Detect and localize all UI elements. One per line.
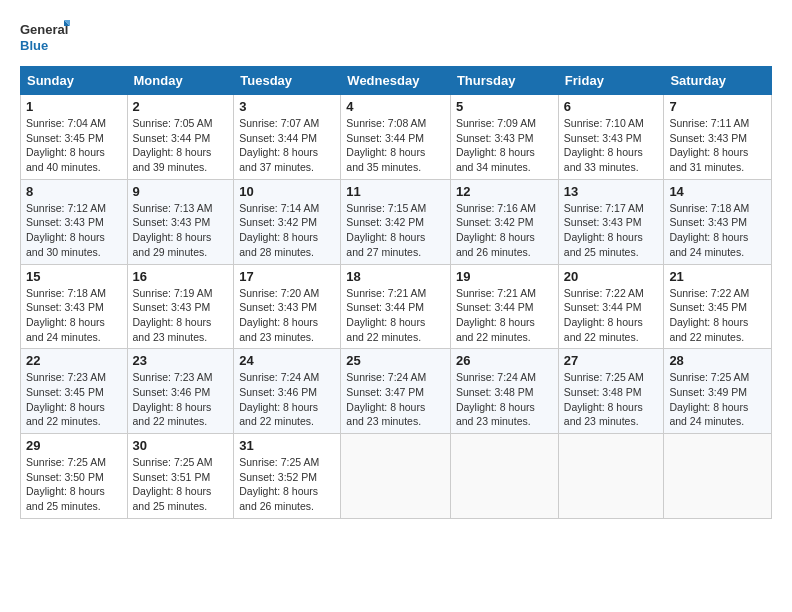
calendar-cell: 10Sunrise: 7:14 AM Sunset: 3:42 PM Dayli… — [234, 179, 341, 264]
calendar-week-1: 1Sunrise: 7:04 AM Sunset: 3:45 PM Daylig… — [21, 95, 772, 180]
day-info: Sunrise: 7:19 AM Sunset: 3:43 PM Dayligh… — [133, 286, 229, 345]
day-info: Sunrise: 7:23 AM Sunset: 3:45 PM Dayligh… — [26, 370, 122, 429]
weekday-header-row: SundayMondayTuesdayWednesdayThursdayFrid… — [21, 67, 772, 95]
day-number: 24 — [239, 353, 335, 368]
day-number: 27 — [564, 353, 659, 368]
day-number: 17 — [239, 269, 335, 284]
day-number: 19 — [456, 269, 553, 284]
day-info: Sunrise: 7:17 AM Sunset: 3:43 PM Dayligh… — [564, 201, 659, 260]
header: General Blue — [20, 16, 772, 58]
calendar-cell: 18Sunrise: 7:21 AM Sunset: 3:44 PM Dayli… — [341, 264, 451, 349]
day-info: Sunrise: 7:16 AM Sunset: 3:42 PM Dayligh… — [456, 201, 553, 260]
day-number: 20 — [564, 269, 659, 284]
calendar-cell: 24Sunrise: 7:24 AM Sunset: 3:46 PM Dayli… — [234, 349, 341, 434]
calendar-cell: 2Sunrise: 7:05 AM Sunset: 3:44 PM Daylig… — [127, 95, 234, 180]
calendar-cell: 7Sunrise: 7:11 AM Sunset: 3:43 PM Daylig… — [664, 95, 772, 180]
day-info: Sunrise: 7:25 AM Sunset: 3:50 PM Dayligh… — [26, 455, 122, 514]
day-number: 10 — [239, 184, 335, 199]
calendar-table: SundayMondayTuesdayWednesdayThursdayFrid… — [20, 66, 772, 519]
weekday-header-monday: Monday — [127, 67, 234, 95]
day-number: 26 — [456, 353, 553, 368]
day-info: Sunrise: 7:05 AM Sunset: 3:44 PM Dayligh… — [133, 116, 229, 175]
weekday-header-thursday: Thursday — [450, 67, 558, 95]
day-info: Sunrise: 7:12 AM Sunset: 3:43 PM Dayligh… — [26, 201, 122, 260]
day-info: Sunrise: 7:25 AM Sunset: 3:51 PM Dayligh… — [133, 455, 229, 514]
day-info: Sunrise: 7:25 AM Sunset: 3:49 PM Dayligh… — [669, 370, 766, 429]
calendar-cell: 5Sunrise: 7:09 AM Sunset: 3:43 PM Daylig… — [450, 95, 558, 180]
day-info: Sunrise: 7:20 AM Sunset: 3:43 PM Dayligh… — [239, 286, 335, 345]
day-number: 30 — [133, 438, 229, 453]
day-info: Sunrise: 7:22 AM Sunset: 3:45 PM Dayligh… — [669, 286, 766, 345]
day-number: 31 — [239, 438, 335, 453]
day-info: Sunrise: 7:09 AM Sunset: 3:43 PM Dayligh… — [456, 116, 553, 175]
calendar-cell: 11Sunrise: 7:15 AM Sunset: 3:42 PM Dayli… — [341, 179, 451, 264]
day-info: Sunrise: 7:21 AM Sunset: 3:44 PM Dayligh… — [456, 286, 553, 345]
weekday-header-tuesday: Tuesday — [234, 67, 341, 95]
day-number: 22 — [26, 353, 122, 368]
day-number: 28 — [669, 353, 766, 368]
calendar-cell: 22Sunrise: 7:23 AM Sunset: 3:45 PM Dayli… — [21, 349, 128, 434]
calendar-cell: 15Sunrise: 7:18 AM Sunset: 3:43 PM Dayli… — [21, 264, 128, 349]
calendar-week-2: 8Sunrise: 7:12 AM Sunset: 3:43 PM Daylig… — [21, 179, 772, 264]
page: General Blue SundayMondayTuesdayWednesda… — [0, 0, 792, 529]
day-number: 15 — [26, 269, 122, 284]
day-info: Sunrise: 7:25 AM Sunset: 3:52 PM Dayligh… — [239, 455, 335, 514]
day-number: 18 — [346, 269, 445, 284]
day-info: Sunrise: 7:25 AM Sunset: 3:48 PM Dayligh… — [564, 370, 659, 429]
calendar-cell — [450, 434, 558, 519]
calendar-cell: 13Sunrise: 7:17 AM Sunset: 3:43 PM Dayli… — [558, 179, 664, 264]
calendar-cell: 27Sunrise: 7:25 AM Sunset: 3:48 PM Dayli… — [558, 349, 664, 434]
calendar-cell: 12Sunrise: 7:16 AM Sunset: 3:42 PM Dayli… — [450, 179, 558, 264]
calendar-week-3: 15Sunrise: 7:18 AM Sunset: 3:43 PM Dayli… — [21, 264, 772, 349]
day-number: 9 — [133, 184, 229, 199]
day-number: 8 — [26, 184, 122, 199]
day-number: 29 — [26, 438, 122, 453]
day-number: 4 — [346, 99, 445, 114]
calendar-cell: 23Sunrise: 7:23 AM Sunset: 3:46 PM Dayli… — [127, 349, 234, 434]
day-info: Sunrise: 7:24 AM Sunset: 3:48 PM Dayligh… — [456, 370, 553, 429]
day-info: Sunrise: 7:07 AM Sunset: 3:44 PM Dayligh… — [239, 116, 335, 175]
day-info: Sunrise: 7:04 AM Sunset: 3:45 PM Dayligh… — [26, 116, 122, 175]
day-info: Sunrise: 7:15 AM Sunset: 3:42 PM Dayligh… — [346, 201, 445, 260]
logo: General Blue — [20, 16, 70, 58]
day-number: 12 — [456, 184, 553, 199]
logo-svg: General Blue — [20, 16, 70, 58]
day-info: Sunrise: 7:21 AM Sunset: 3:44 PM Dayligh… — [346, 286, 445, 345]
day-info: Sunrise: 7:24 AM Sunset: 3:47 PM Dayligh… — [346, 370, 445, 429]
day-number: 11 — [346, 184, 445, 199]
weekday-header-saturday: Saturday — [664, 67, 772, 95]
day-info: Sunrise: 7:24 AM Sunset: 3:46 PM Dayligh… — [239, 370, 335, 429]
calendar-cell: 1Sunrise: 7:04 AM Sunset: 3:45 PM Daylig… — [21, 95, 128, 180]
calendar-cell — [664, 434, 772, 519]
weekday-header-wednesday: Wednesday — [341, 67, 451, 95]
calendar-cell: 19Sunrise: 7:21 AM Sunset: 3:44 PM Dayli… — [450, 264, 558, 349]
day-number: 14 — [669, 184, 766, 199]
calendar-cell: 9Sunrise: 7:13 AM Sunset: 3:43 PM Daylig… — [127, 179, 234, 264]
day-number: 7 — [669, 99, 766, 114]
weekday-header-sunday: Sunday — [21, 67, 128, 95]
calendar-cell: 8Sunrise: 7:12 AM Sunset: 3:43 PM Daylig… — [21, 179, 128, 264]
day-number: 13 — [564, 184, 659, 199]
svg-text:Blue: Blue — [20, 38, 48, 53]
calendar-cell: 21Sunrise: 7:22 AM Sunset: 3:45 PM Dayli… — [664, 264, 772, 349]
calendar-cell: 26Sunrise: 7:24 AM Sunset: 3:48 PM Dayli… — [450, 349, 558, 434]
day-number: 16 — [133, 269, 229, 284]
weekday-header-friday: Friday — [558, 67, 664, 95]
day-info: Sunrise: 7:18 AM Sunset: 3:43 PM Dayligh… — [26, 286, 122, 345]
calendar-cell: 14Sunrise: 7:18 AM Sunset: 3:43 PM Dayli… — [664, 179, 772, 264]
day-number: 21 — [669, 269, 766, 284]
calendar-cell — [341, 434, 451, 519]
calendar-cell: 31Sunrise: 7:25 AM Sunset: 3:52 PM Dayli… — [234, 434, 341, 519]
calendar-cell: 29Sunrise: 7:25 AM Sunset: 3:50 PM Dayli… — [21, 434, 128, 519]
day-number: 25 — [346, 353, 445, 368]
calendar-cell: 4Sunrise: 7:08 AM Sunset: 3:44 PM Daylig… — [341, 95, 451, 180]
calendar-week-5: 29Sunrise: 7:25 AM Sunset: 3:50 PM Dayli… — [21, 434, 772, 519]
day-info: Sunrise: 7:18 AM Sunset: 3:43 PM Dayligh… — [669, 201, 766, 260]
calendar-cell: 20Sunrise: 7:22 AM Sunset: 3:44 PM Dayli… — [558, 264, 664, 349]
calendar-cell: 3Sunrise: 7:07 AM Sunset: 3:44 PM Daylig… — [234, 95, 341, 180]
day-info: Sunrise: 7:08 AM Sunset: 3:44 PM Dayligh… — [346, 116, 445, 175]
svg-text:General: General — [20, 22, 68, 37]
day-info: Sunrise: 7:11 AM Sunset: 3:43 PM Dayligh… — [669, 116, 766, 175]
calendar-week-4: 22Sunrise: 7:23 AM Sunset: 3:45 PM Dayli… — [21, 349, 772, 434]
day-number: 3 — [239, 99, 335, 114]
